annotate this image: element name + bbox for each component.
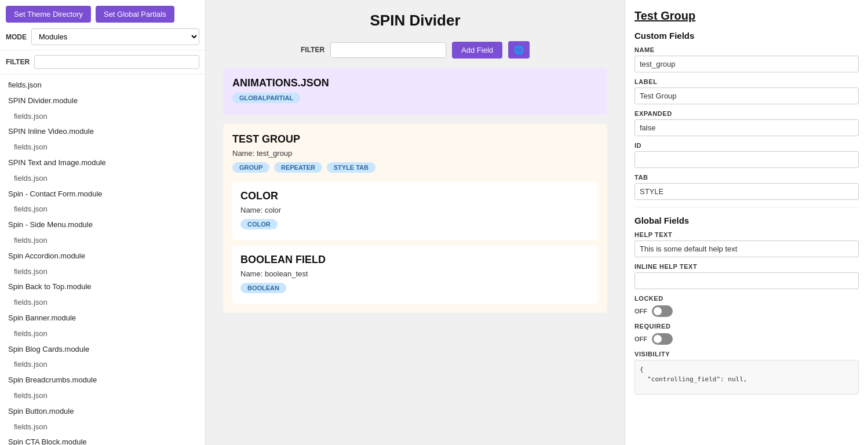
mode-row: MODE Modules Partials Global [6, 28, 199, 45]
inline-help-text-field-group: INLINE HELP TEXT [634, 263, 859, 289]
help-text-input[interactable] [634, 240, 859, 257]
color-card[interactable]: COLOR Name: color COLOR [232, 182, 598, 240]
name-field-label: NAME [634, 46, 859, 53]
repeater-badge: REPEATER [274, 162, 322, 173]
animations-card-title: ANIMATIONS.JSON [232, 77, 598, 89]
mode-label: MODE [6, 33, 27, 41]
sidebar-list-item[interactable]: fields.json [0, 171, 205, 187]
label-field-label: LABEL [634, 78, 859, 85]
header-buttons: Set Theme Directory Set Global Partials [6, 6, 199, 23]
visibility-code[interactable] [634, 360, 859, 395]
set-global-partials-button[interactable]: Set Global Partials [96, 6, 174, 23]
sidebar-list-item[interactable]: Spin CTA Block.module [0, 435, 205, 445]
add-field-button[interactable]: Add Field [452, 42, 502, 59]
global-fields-heading: Global Fields [634, 216, 859, 225]
sidebar-list-item[interactable]: fields.json [0, 140, 205, 155]
boolean-card-title: BOOLEAN FIELD [240, 254, 590, 266]
divider [634, 207, 859, 207]
test-group-card[interactable]: TEST GROUP Name: test_group GROUP REPEAT… [223, 124, 607, 313]
test-group-card-title: TEST GROUP [232, 133, 598, 145]
sidebar-list-item[interactable]: SPIN Inline Video.module [0, 124, 205, 140]
inline-help-text-input[interactable] [634, 272, 859, 289]
visibility-field-group: VISIBILITY [634, 351, 859, 396]
sidebar-list-item[interactable]: fields.json [0, 264, 205, 280]
right-panel: Test Group Custom Fields NAME LABEL EXPA… [625, 0, 868, 445]
filter-label: FILTER [301, 46, 324, 54]
sidebar-list-item[interactable]: fields.json [0, 233, 205, 249]
expanded-field-label: EXPANDED [634, 110, 859, 117]
sidebar-list-item[interactable]: SPIN Text and Image.module [0, 155, 205, 171]
boolean-card-name: Name: boolean_test [240, 269, 590, 278]
sidebar-list-item[interactable]: fields.json [0, 357, 205, 373]
sidebar-list-item[interactable]: Spin Breadcrumbs.module [0, 373, 205, 388]
sidebar-list: fields.jsonSPIN Divider.modulefields.jso… [0, 74, 205, 445]
locked-toggle[interactable] [652, 305, 673, 317]
visibility-label: VISIBILITY [634, 351, 859, 358]
sidebar-list-item[interactable]: fields.json [0, 420, 205, 435]
sidebar-list-item[interactable]: fields.json [0, 109, 205, 125]
sidebar-list-item[interactable]: Spin - Side Menu.module [0, 217, 205, 233]
animations-badges: GLOBALPARTIAL [232, 93, 598, 105]
main-inner: SPIN Divider FILTER Add Field 🌐 ANIMATIO… [206, 0, 625, 445]
tab-field-label: TAB [634, 174, 859, 181]
sidebar-header: Set Theme Directory Set Global Partials … [0, 0, 205, 50]
set-theme-directory-button[interactable]: Set Theme Directory [6, 6, 91, 23]
required-toggle-row: OFF [634, 333, 859, 345]
color-badge: COLOR [240, 219, 278, 229]
sidebar-list-item[interactable]: SPIN Divider.module [0, 93, 205, 109]
animations-card: ANIMATIONS.JSON GLOBALPARTIAL [223, 68, 607, 115]
tab-field-input[interactable] [634, 183, 859, 200]
sidebar-list-item[interactable]: Spin Back to Top.module [0, 279, 205, 295]
locked-toggle-row: OFF [634, 305, 859, 317]
sidebar-list-item[interactable]: Spin Blog Cards.module [0, 342, 205, 358]
name-field-group: NAME [634, 46, 859, 72]
custom-fields-heading: Custom Fields [634, 31, 859, 41]
required-field-group: REQUIRED OFF [634, 323, 859, 345]
globalpartial-badge: GLOBALPARTIAL [232, 93, 300, 103]
sidebar-filter-label: FILTER [6, 58, 30, 66]
id-field-label: ID [634, 142, 859, 149]
sidebar-list-item[interactable]: fields.json [0, 326, 205, 342]
sidebar-list-item[interactable]: Spin Accordion.module [0, 249, 205, 264]
locked-label: LOCKED [634, 295, 859, 302]
id-field-group: ID [634, 142, 859, 168]
sidebar-filter-row: FILTER [0, 50, 205, 74]
sidebar-list-item[interactable]: Spin Button.module [0, 404, 205, 420]
panel-title: Test Group [634, 9, 859, 23]
test-group-badges: GROUP REPEATER STYLE TAB [232, 162, 598, 175]
sidebar-list-item[interactable]: Spin - Contact Form.module [0, 187, 205, 202]
globe-button[interactable]: 🌐 [508, 41, 530, 59]
main-filter-input[interactable] [330, 42, 446, 58]
help-text-label: HELP TEXT [634, 231, 859, 238]
sidebar-list-item[interactable]: Spin Banner.module [0, 311, 205, 326]
sidebar-list-item[interactable]: fields.json [0, 295, 205, 311]
boolean-badge: BOOLEAN [240, 283, 286, 293]
label-field-input[interactable] [634, 87, 859, 104]
required-off-label: OFF [634, 335, 647, 342]
sidebar-list-item[interactable]: fields.json [0, 388, 205, 404]
locked-off-label: OFF [634, 308, 647, 315]
id-field-input[interactable] [634, 151, 859, 168]
sidebar: Set Theme Directory Set Global Partials … [0, 0, 206, 445]
label-field-group: LABEL [634, 78, 859, 104]
group-badge: GROUP [232, 162, 269, 173]
locked-slider [652, 305, 673, 317]
boolean-card[interactable]: BOOLEAN FIELD Name: boolean_test BOOLEAN [232, 246, 598, 304]
required-slider [652, 333, 673, 345]
color-card-name: Name: color [240, 206, 590, 214]
sidebar-list-item[interactable]: fields.json [0, 202, 205, 217]
test-group-card-name: Name: test_group [232, 149, 598, 158]
mode-select[interactable]: Modules Partials Global [31, 28, 199, 45]
help-text-field-group: HELP TEXT [634, 231, 859, 257]
locked-field-group: LOCKED OFF [634, 295, 859, 317]
expanded-field-input[interactable] [634, 119, 859, 136]
required-toggle[interactable] [652, 333, 673, 345]
name-field-input[interactable] [634, 56, 859, 72]
required-label: REQUIRED [634, 323, 859, 330]
sidebar-list-item[interactable]: fields.json [0, 78, 205, 93]
inline-help-text-label: INLINE HELP TEXT [634, 263, 859, 270]
main-title: SPIN Divider [223, 12, 607, 30]
filter-bar: FILTER Add Field 🌐 [223, 41, 607, 59]
color-card-title: COLOR [240, 190, 590, 202]
sidebar-filter-input[interactable] [34, 55, 199, 69]
